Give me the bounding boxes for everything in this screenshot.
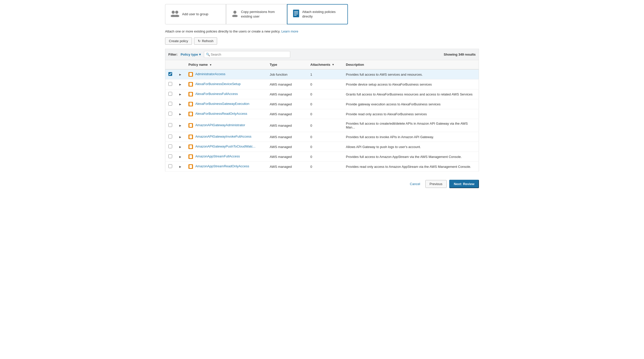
policy-name-link-1[interactable]: AdministratorAccess: [195, 72, 225, 76]
row-checkbox-3[interactable]: [168, 92, 172, 96]
row-expand-cell[interactable]: ▶: [175, 109, 185, 119]
policy-table: Policy name ▼ Type Attachments ▼ Descrip…: [165, 60, 479, 172]
row-checkbox-cell[interactable]: [165, 89, 175, 99]
row-checkbox-7[interactable]: [168, 135, 172, 138]
row-description-cell: Provides full access to invoke APIs in A…: [343, 132, 479, 142]
row-expand-button-9[interactable]: ▶: [178, 155, 182, 159]
row-type-cell: AWS managed: [267, 109, 307, 119]
refresh-button[interactable]: ↻ Refresh: [194, 37, 217, 45]
policy-name-link-10[interactable]: AmazonAppStreamReadOnlyAccess: [195, 164, 249, 168]
policy-name-link-5[interactable]: AlexaForBusinessReadOnlyAccess: [195, 112, 247, 116]
table-header: Policy name ▼ Type Attachments ▼ Descrip…: [165, 60, 479, 70]
document-icon: [293, 9, 300, 19]
row-attachments-cell: 0: [307, 119, 343, 132]
table-row: ▶ AlexaForBusinessReadOnlyAccess AWS man…: [165, 109, 479, 119]
row-expand-cell[interactable]: ▶: [175, 69, 185, 79]
tab-add-to-group[interactable]: Add user to group: [165, 4, 226, 24]
row-expand-cell[interactable]: ▶: [175, 152, 185, 162]
row-expand-button-10[interactable]: ▶: [178, 165, 182, 169]
row-name-cell: AmazonAPIGatewayAdministrator: [185, 119, 267, 132]
row-expand-cell[interactable]: ▶: [175, 79, 185, 89]
th-policy-name-label: Policy name: [188, 63, 208, 67]
row-checkbox-cell[interactable]: [165, 152, 175, 162]
description-text: Attach one or more existing policies dir…: [165, 29, 479, 33]
row-expand-button-1[interactable]: ▶: [178, 73, 182, 76]
table-row: ▶ AlexaForBusinessDeviceSetup AWS manage…: [165, 79, 479, 89]
policy-name-link-2[interactable]: AlexaForBusinessDeviceSetup: [195, 82, 240, 86]
row-expand-button-7[interactable]: ▶: [178, 135, 182, 139]
row-expand-cell[interactable]: ▶: [175, 142, 185, 152]
row-checkbox-10[interactable]: [168, 164, 172, 168]
sort-arrow-icon: ▼: [210, 63, 212, 66]
svg-rect-7: [294, 11, 298, 12]
row-expand-cell[interactable]: ▶: [175, 99, 185, 109]
policy-name-link-8[interactable]: AmazonAPIGatewayPushToCloudWatc...: [195, 144, 255, 148]
row-expand-cell[interactable]: ▶: [175, 162, 185, 172]
policy-box-icon: [188, 82, 193, 87]
th-description-label: Description: [346, 63, 364, 67]
tab-add-to-group-label: Add user to group: [182, 12, 208, 17]
row-checkbox-1[interactable]: [168, 72, 172, 76]
tab-attach-policies[interactable]: Attach existing policies directly: [287, 4, 348, 24]
policy-box-icon: [188, 135, 193, 139]
bottom-nav: Cancel Previous Next: Review: [165, 176, 479, 192]
permission-tabs: Add user to group Copy permissions from …: [165, 4, 479, 24]
th-policy-name[interactable]: Policy name ▼: [185, 60, 267, 70]
row-type-cell: AWS managed: [267, 162, 307, 172]
row-checkbox-9[interactable]: [168, 154, 172, 158]
row-type-cell: AWS managed: [267, 152, 307, 162]
search-input[interactable]: [204, 51, 290, 58]
refresh-icon: ↻: [198, 39, 201, 43]
row-expand-button-8[interactable]: ▶: [178, 145, 182, 149]
svg-rect-8: [294, 12, 298, 13]
row-checkbox-cell[interactable]: [165, 142, 175, 152]
attachments-sort-icon: ▼: [332, 63, 334, 66]
row-checkbox-cell[interactable]: [165, 119, 175, 132]
row-description-cell: Provides full access to create/edit/dele…: [343, 119, 479, 132]
row-checkbox-4[interactable]: [168, 102, 172, 106]
row-expand-button-3[interactable]: ▶: [178, 92, 182, 96]
policy-name-link-7[interactable]: AmazonAPIGatewayInvokeFullAccess: [195, 135, 251, 138]
row-expand-cell[interactable]: ▶: [175, 89, 185, 99]
row-checkbox-cell[interactable]: [165, 109, 175, 119]
row-checkbox-cell[interactable]: [165, 132, 175, 142]
row-expand-button-4[interactable]: ▶: [178, 102, 182, 106]
th-type-label: Type: [270, 63, 277, 67]
cancel-button[interactable]: Cancel: [407, 181, 423, 187]
row-expand-cell[interactable]: ▶: [175, 119, 185, 132]
row-attachments-cell: 0: [307, 99, 343, 109]
row-checkbox-8[interactable]: [168, 144, 172, 148]
row-checkbox-2[interactable]: [168, 82, 172, 86]
learn-more-link[interactable]: Learn more: [281, 29, 298, 33]
table-row: ▶ AlexaForBusinessGatewayExecution AWS m…: [165, 99, 479, 109]
th-attachments[interactable]: Attachments ▼: [307, 60, 343, 70]
create-policy-button[interactable]: Create policy: [165, 37, 192, 45]
row-checkbox-cell[interactable]: [165, 79, 175, 89]
row-expand-cell[interactable]: ▶: [175, 132, 185, 142]
row-type-cell: AWS managed: [267, 79, 307, 89]
row-checkbox-cell[interactable]: [165, 69, 175, 79]
row-checkbox-6[interactable]: [168, 123, 172, 127]
row-expand-button-6[interactable]: ▶: [178, 124, 182, 127]
row-type-cell: AWS managed: [267, 99, 307, 109]
search-icon: 🔍: [206, 53, 210, 56]
policy-name-link-6[interactable]: AmazonAPIGatewayAdministrator: [195, 123, 245, 127]
policy-name-link-4[interactable]: AlexaForBusinessGatewayExecution: [195, 102, 249, 106]
row-checkbox-5[interactable]: [168, 112, 172, 116]
row-checkbox-cell[interactable]: [165, 162, 175, 172]
tab-copy-permissions[interactable]: Copy permissions from existing user: [226, 4, 287, 24]
row-attachments-cell: 0: [307, 142, 343, 152]
policy-name-link-9[interactable]: AmazonAppStreamFullAccess: [195, 154, 240, 158]
previous-button[interactable]: Previous: [425, 180, 447, 188]
policy-box-icon: [188, 144, 193, 149]
svg-rect-9: [294, 14, 298, 14]
policy-name-link-3[interactable]: AlexaForBusinessFullAccess: [195, 92, 238, 96]
row-name-cell: AlexaForBusinessFullAccess: [185, 89, 267, 99]
row-expand-button-5[interactable]: ▶: [178, 112, 182, 116]
next-review-button[interactable]: Next: Review: [449, 180, 479, 188]
row-name-cell: AmazonAPIGatewayInvokeFullAccess: [185, 132, 267, 142]
row-expand-button-2[interactable]: ▶: [178, 83, 182, 86]
row-checkbox-cell[interactable]: [165, 99, 175, 109]
row-name-cell: AlexaForBusinessReadOnlyAccess: [185, 109, 267, 119]
policy-type-filter-button[interactable]: Policy type ▾: [181, 53, 201, 56]
